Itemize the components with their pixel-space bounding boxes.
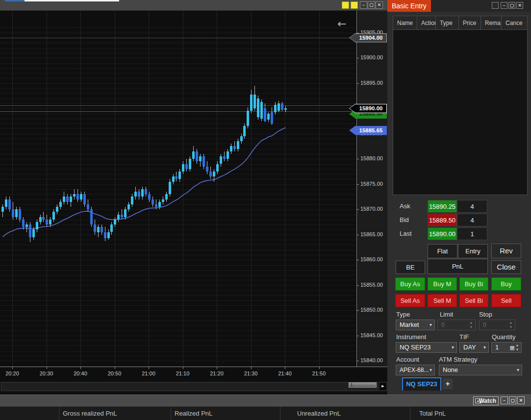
candle-body — [66, 197, 69, 201]
candlestick-chart[interactable] — [0, 11, 356, 367]
entry-button[interactable]: Entry — [458, 244, 488, 258]
chevron-down-icon: ▾ — [517, 365, 519, 375]
minimize-icon[interactable]: – — [501, 396, 508, 404]
column-header-price[interactable]: Price — [459, 16, 481, 30]
candle-body — [185, 164, 188, 169]
time-axis-label: 21:20 — [206, 371, 228, 376]
breakeven-button[interactable]: BE — [396, 261, 425, 274]
column-header-action[interactable]: Action — [417, 16, 436, 30]
candle-body — [223, 156, 226, 159]
positions-toolbar: ▶ Watch – ▢ ✕ — [0, 395, 531, 406]
sell-market-button[interactable]: Sell M — [428, 294, 457, 307]
quantity-value: 1 — [495, 344, 499, 351]
limit-price-input[interactable]: 0▲▼ — [437, 320, 476, 330]
price-tick — [357, 336, 359, 336]
column-header-cancel[interactable]: Cance — [502, 16, 527, 30]
tab-nq-sep23[interactable]: NQ SEP23 — [402, 377, 441, 391]
reverse-button[interactable]: Rev — [491, 244, 521, 258]
time-tick — [80, 367, 81, 369]
account-select[interactable]: APEX-68...▾ — [396, 365, 435, 375]
buy-bid-button[interactable]: Buy Bi — [459, 277, 488, 291]
order-type-select[interactable]: Market▾ — [396, 320, 435, 330]
candle-body — [250, 95, 253, 111]
scrollbar-track[interactable] — [1, 382, 378, 391]
limit-label: Limit — [440, 311, 453, 318]
calculator-icon[interactable]: ▦ — [510, 343, 515, 352]
price-axis-label: 15900.00 — [360, 54, 383, 60]
maximize-icon[interactable]: ▢ — [508, 2, 515, 9]
spinner-icon[interactable]: ▲▼ — [508, 321, 513, 329]
time-axis-label: 20:40 — [70, 371, 91, 376]
candle-body — [162, 199, 164, 202]
quantity-input[interactable]: 1▦▲▼ — [491, 342, 522, 353]
candle-body — [192, 151, 195, 159]
atm-strategy-select[interactable]: None▾ — [439, 365, 522, 375]
column-header-total-pnl[interactable]: Total PnL — [419, 407, 446, 420]
candle-body — [127, 204, 130, 209]
minimize-icon[interactable]: – — [360, 1, 367, 9]
column-header-name[interactable]: Name — [393, 16, 417, 30]
candle-body — [237, 141, 239, 149]
candle-body — [213, 172, 215, 176]
instrument-select[interactable]: NQ SEP23▾ — [396, 342, 457, 353]
screen: – ▢ ✕ ← 15905.0015900.0015895.0015890.00… — [0, 0, 531, 420]
close-icon[interactable]: ✕ — [517, 396, 525, 404]
sell-ask-button[interactable]: Sell As — [395, 294, 425, 307]
column-header-gross-realized-pnl[interactable]: Gross realized PnL — [63, 407, 117, 420]
buy-ask-button[interactable]: Buy As — [395, 277, 425, 291]
column-divider — [171, 407, 171, 420]
chevron-down-icon: ▾ — [430, 365, 432, 375]
pan-left-icon[interactable]: ← — [337, 18, 346, 30]
spinner-icon[interactable]: ▲▼ — [469, 321, 474, 329]
scrollbar-right-arrow-icon[interactable]: ▶ — [379, 382, 387, 391]
candle-body — [178, 172, 181, 179]
color-tab-button[interactable] — [351, 1, 358, 9]
column-header-remaining[interactable]: Rema — [481, 16, 502, 30]
price-axis-label: 15865.00 — [360, 231, 383, 237]
candle-body — [271, 112, 273, 124]
time-axis[interactable]: 20:2020:3020:4020:5021:0021:1021:2021:30… — [0, 367, 387, 381]
flat-button[interactable]: Flat — [428, 244, 457, 258]
stop-price-input[interactable]: 0▲▼ — [479, 320, 515, 330]
last-label: Last — [400, 227, 412, 240]
spinner-icon[interactable]: ▲▼ — [515, 343, 520, 352]
candle-body — [87, 204, 89, 209]
price-axis-label: 15850.00 — [360, 307, 383, 313]
column-header-type[interactable]: Type — [436, 16, 459, 30]
price-axis[interactable]: 15905.0015900.0015895.0015890.0015885.00… — [356, 11, 387, 367]
maximize-icon[interactable]: ▢ — [368, 1, 375, 9]
sell-button[interactable]: Sell — [491, 294, 521, 307]
chevron-down-icon: ▾ — [430, 320, 432, 330]
buy-market-button[interactable]: Buy M — [428, 277, 457, 291]
last-size: 1 — [457, 227, 487, 240]
column-header-unrealized-pnl[interactable]: Unrealized PnL — [297, 407, 341, 420]
price-axis-label: 15875.00 — [360, 181, 383, 187]
moving-average-line — [0, 11, 356, 367]
price-tick — [357, 159, 359, 159]
color-tab-button[interactable] — [342, 1, 349, 9]
instrument-value: NQ SEP23 — [400, 344, 431, 351]
minimize-icon[interactable]: – — [501, 2, 507, 9]
close-icon[interactable]: ✕ — [376, 1, 383, 9]
price-axis-label: 15855.00 — [360, 282, 383, 288]
buy-button[interactable]: Buy — [491, 277, 521, 291]
color-tab-button[interactable] — [492, 2, 499, 9]
scrollbar-thumb[interactable] — [349, 382, 377, 388]
last-price[interactable]: 15890.00 — [428, 227, 457, 240]
chart-window-titlebar: – ▢ ✕ — [0, 0, 387, 11]
maximize-icon[interactable]: ▢ — [509, 396, 516, 404]
tif-select[interactable]: DAY▾ — [459, 342, 489, 353]
time-axis-label: 21:00 — [138, 371, 159, 376]
bid-price[interactable]: 15889.50 — [428, 214, 457, 226]
watch-button[interactable]: ▶ Watch — [473, 396, 499, 405]
close-position-button[interactable]: Close — [491, 260, 521, 274]
candle-body — [264, 108, 266, 121]
sell-bid-button[interactable]: Sell Bi — [459, 294, 488, 307]
add-tab-button[interactable]: + — [443, 378, 453, 389]
basic-entry-window: Basic Entry – ▢ ✕ Name Action Type Price… — [387, 0, 531, 395]
candle-body — [94, 224, 96, 232]
pnl-button[interactable]: PnL — [428, 259, 488, 274]
ask-price[interactable]: 15890.25 — [428, 200, 457, 213]
column-header-realized-pnl[interactable]: Realized PnL — [175, 407, 212, 420]
close-icon[interactable]: ✕ — [516, 2, 523, 9]
